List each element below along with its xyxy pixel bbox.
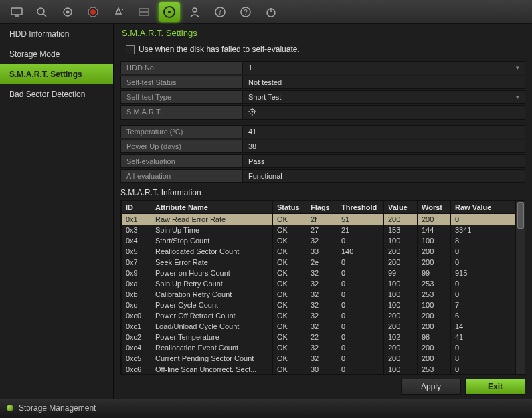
cell-id: 0xc2 <box>122 332 151 342</box>
cell-raw: 8 <box>451 353 515 364</box>
cell-flags: 32 <box>306 289 337 300</box>
user-icon[interactable] <box>184 2 205 22</box>
cell-status: OK <box>273 332 306 342</box>
table-row[interactable]: 0xaSpin Up Retry CountOK3201002530 <box>122 278 515 289</box>
table-row[interactable]: 0xcPower Cycle CountOK3201001007 <box>122 300 515 310</box>
cell-raw: 3341 <box>451 225 515 235</box>
power-up-value: 38 <box>242 140 525 153</box>
cell-value: 100 <box>384 364 418 375</box>
cell-worst: 99 <box>418 268 451 278</box>
cell-status: OK <box>273 268 306 278</box>
table-row[interactable]: 0xbCalibration Retry CountOK3201002530 <box>122 289 515 300</box>
th-value[interactable]: Value <box>384 201 418 214</box>
cell-id: 0xc0 <box>122 310 151 321</box>
cell-flags: 32 <box>306 342 337 353</box>
cell-status: OK <box>273 246 306 257</box>
help-icon[interactable]: ? <box>235 2 256 22</box>
form-grid: HDD No. 1 Self-test Status Not tested Se… <box>114 61 532 184</box>
all-eval-label: All-evaluation <box>120 169 242 183</box>
cell-flags: 32 <box>306 353 337 364</box>
cell-id: 0x1 <box>122 214 151 225</box>
alarm-icon[interactable] <box>108 2 129 22</box>
svg-line-8 <box>113 9 114 10</box>
sidebar-item-bad-sector[interactable]: Bad Sector Detection <box>0 84 113 104</box>
cell-status: OK <box>273 278 306 289</box>
camera-icon[interactable] <box>57 2 78 22</box>
cell-value: 200 <box>384 214 418 225</box>
sidebar-item-storage-mode[interactable]: Storage Mode <box>0 44 113 64</box>
power-up-label: Power Up (days) <box>120 140 242 153</box>
cell-worst: 200 <box>418 342 451 353</box>
table-row[interactable]: 0x1Raw Read Error RateOK2f512002000 <box>122 214 515 225</box>
search-icon[interactable] <box>31 2 53 22</box>
th-status[interactable]: Status <box>273 201 306 214</box>
table-row[interactable]: 0x9Power-on Hours CountOK3209999915 <box>122 268 515 278</box>
cell-id: 0xc <box>122 300 151 310</box>
th-raw[interactable]: Raw Value <box>451 201 515 214</box>
svg-rect-11 <box>139 13 149 15</box>
cell-status: OK <box>273 342 306 353</box>
smart-label: S.M.A.R.T. <box>120 105 242 120</box>
table-scrollbar[interactable] <box>515 201 525 374</box>
cell-threshold: 140 <box>337 246 384 257</box>
table-row[interactable]: 0x5Reallocated Sector CountOK33140200200… <box>122 246 515 257</box>
table-row[interactable]: 0xc2Power TemperatureOK2201029841 <box>122 332 515 342</box>
cell-flags: 22 <box>306 332 337 342</box>
hdd-no-select[interactable]: 1 <box>242 61 525 74</box>
cell-worst: 100 <box>418 300 451 310</box>
cell-raw: 0 <box>451 246 515 257</box>
power-icon[interactable] <box>260 2 282 22</box>
cell-name: Spin Up Retry Count <box>151 278 273 289</box>
th-threshold[interactable]: Threshold <box>337 201 384 214</box>
svg-point-7 <box>90 9 96 15</box>
network-icon[interactable] <box>133 2 155 22</box>
cell-name: Power-on Hours Count <box>151 268 273 278</box>
cell-worst: 200 <box>418 257 451 268</box>
cell-name: Power Temperature <box>151 332 273 342</box>
cell-worst: 100 <box>418 235 451 246</box>
scrollbar-thumb[interactable] <box>517 202 524 229</box>
exit-button[interactable]: Exit <box>465 379 525 395</box>
cell-flags: 33 <box>306 246 337 257</box>
table-row[interactable]: 0xc1Load/Unload Cycle CountOK32020020014 <box>122 321 515 332</box>
status-dot-icon <box>7 405 13 411</box>
table-row[interactable]: 0x3Spin Up TimeOK27211531443341 <box>122 225 515 235</box>
svg-text:?: ? <box>244 9 248 16</box>
cell-status: OK <box>273 235 306 246</box>
record-icon[interactable] <box>82 2 104 22</box>
table-row[interactable]: 0xc4Reallocation Event CountOK3202002000 <box>122 342 515 353</box>
th-flags[interactable]: Flags <box>306 201 337 214</box>
table-row[interactable]: 0xc5Current Pending Sector CountOK320200… <box>122 353 515 364</box>
table-row[interactable]: 0x4Start/Stop CountOK3201001008 <box>122 235 515 246</box>
cell-status: OK <box>273 300 306 310</box>
sidebar-item-hdd-info[interactable]: HDD Information <box>0 24 113 44</box>
cell-flags: 2f <box>306 214 337 225</box>
page-title: S.M.A.R.T. Settings <box>114 24 532 42</box>
disk-icon[interactable] <box>159 2 180 22</box>
cell-worst: 200 <box>418 310 451 321</box>
info-icon[interactable]: i <box>209 2 231 22</box>
apply-button[interactable]: Apply <box>401 379 461 395</box>
cell-raw: 0 <box>451 364 515 375</box>
table-row[interactable]: 0x7Seek Error RateOK2e02002000 <box>122 257 515 268</box>
cell-flags: 2e <box>306 257 337 268</box>
temperature-value: 41 <box>242 125 525 138</box>
cell-id: 0x3 <box>122 225 151 235</box>
cell-flags: 27 <box>306 225 337 235</box>
th-id[interactable]: ID <box>122 201 151 214</box>
th-attribute[interactable]: Attribute Name <box>151 201 273 214</box>
table-row[interactable]: 0xc6Off-line Scan Uncorrect. Sect...OK30… <box>122 364 515 375</box>
self-test-status-value: Not tested <box>242 76 525 89</box>
cell-raw: 0 <box>451 257 515 268</box>
cell-value: 99 <box>384 268 418 278</box>
cell-name: Power Off Retract Count <box>151 310 273 321</box>
th-worst[interactable]: Worst <box>418 201 451 214</box>
table-row[interactable]: 0xc0Power Off Retract CountOK3202002006 <box>122 310 515 321</box>
self-test-type-select[interactable]: Short Test <box>242 90 525 104</box>
sidebar-item-smart-settings[interactable]: S.M.A.R.T. Settings <box>0 64 113 84</box>
failed-self-evaluate-checkbox[interactable] <box>126 45 135 54</box>
smart-action[interactable] <box>242 105 525 120</box>
monitor-icon[interactable] <box>6 2 27 22</box>
cell-threshold: 51 <box>337 214 384 225</box>
cell-threshold: 0 <box>337 268 384 278</box>
